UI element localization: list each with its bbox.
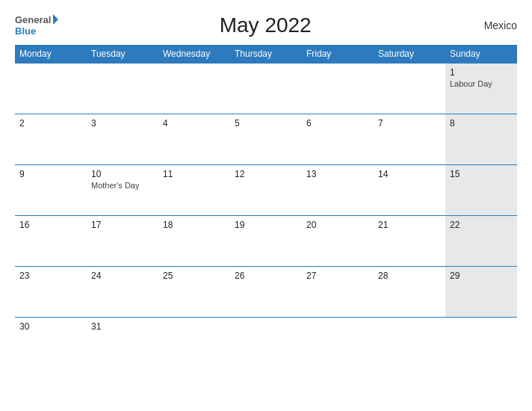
table-row: 8 (445, 114, 517, 165)
day-number: 18 (163, 220, 226, 230)
day-number: 6 (306, 118, 369, 129)
weekday-header: Saturday (374, 45, 445, 64)
weekday-header: Monday (15, 45, 87, 64)
weekday-row: MondayTuesdayWednesdayThursdayFridaySatu… (15, 45, 517, 64)
table-row: 17 (87, 216, 158, 267)
weekday-header: Sunday (445, 45, 517, 64)
calendar-table: MondayTuesdayWednesdayThursdayFridaySatu… (15, 45, 517, 368)
day-number: 22 (450, 220, 513, 230)
day-number: 8 (450, 118, 513, 129)
table-row: 1Labour Day (445, 64, 517, 114)
page: General Blue May 2022 Mexico MondayTuesd… (0, 0, 532, 411)
weekday-header: Wednesday (158, 45, 230, 64)
day-number: 20 (306, 220, 369, 230)
table-row (230, 318, 302, 368)
table-row: 22 (445, 216, 517, 267)
day-number: 21 (378, 220, 441, 230)
table-row: 3 (87, 114, 158, 165)
table-row (302, 318, 374, 368)
table-row: 2 (15, 114, 87, 165)
table-row (87, 64, 158, 114)
day-number: 7 (378, 118, 441, 129)
logo-general-text: General (15, 15, 51, 25)
logo: General Blue (15, 14, 58, 37)
country-label: Mexico (472, 19, 517, 31)
day-event: Mother's Day (91, 181, 154, 190)
table-row: 13 (302, 165, 374, 216)
day-number: 4 (163, 118, 226, 129)
week-row: 3031 (15, 318, 517, 368)
table-row: 14 (374, 165, 445, 216)
header: General Blue May 2022 Mexico (15, 13, 517, 37)
table-row: 23 (15, 267, 87, 318)
day-number: 26 (235, 271, 297, 281)
table-row: 18 (158, 216, 230, 267)
table-row: 16 (15, 216, 87, 267)
day-number: 5 (235, 118, 297, 129)
table-row: 7 (374, 114, 445, 165)
table-row (374, 318, 445, 368)
table-row: 4 (158, 114, 230, 165)
table-row: 25 (158, 267, 230, 318)
table-row (445, 318, 517, 368)
day-number: 9 (19, 169, 82, 179)
day-number: 14 (378, 169, 441, 179)
logo-triangle-icon (53, 14, 58, 25)
week-row: 2345678 (15, 114, 517, 165)
day-number: 29 (450, 271, 513, 281)
day-number: 16 (19, 220, 82, 230)
day-number: 23 (19, 271, 82, 281)
day-number: 13 (306, 169, 369, 179)
day-number: 10 (91, 169, 154, 179)
table-row: 24 (87, 267, 158, 318)
calendar-header: MondayTuesdayWednesdayThursdayFridaySatu… (15, 45, 517, 64)
table-row (230, 64, 302, 114)
day-number: 28 (378, 271, 441, 281)
day-number: 31 (91, 321, 154, 332)
day-number: 27 (306, 271, 369, 281)
week-row: 910Mother's Day1112131415 (15, 165, 517, 216)
table-row: 27 (302, 267, 374, 318)
table-row: 29 (445, 267, 517, 318)
week-row: 16171819202122 (15, 216, 517, 267)
table-row: 20 (302, 216, 374, 267)
table-row: 31 (87, 318, 158, 368)
day-number: 17 (91, 220, 154, 230)
table-row (158, 318, 230, 368)
table-row (374, 64, 445, 114)
day-number: 1 (450, 67, 513, 78)
weekday-header: Thursday (230, 45, 302, 64)
table-row (15, 64, 87, 114)
day-number: 12 (235, 169, 297, 179)
table-row: 9 (15, 165, 87, 216)
table-row: 28 (374, 267, 445, 318)
weekday-header: Tuesday (87, 45, 158, 64)
day-number: 24 (91, 271, 154, 281)
table-row: 30 (15, 318, 87, 368)
table-row: 21 (374, 216, 445, 267)
table-row: 19 (230, 216, 302, 267)
weekday-header: Friday (302, 45, 374, 64)
table-row: 15 (445, 165, 517, 216)
day-number: 19 (235, 220, 297, 230)
logo-blue-text: Blue (15, 26, 58, 37)
table-row: 10Mother's Day (87, 165, 158, 216)
week-row: 1Labour Day (15, 64, 517, 114)
table-row: 5 (230, 114, 302, 165)
day-number: 25 (163, 271, 226, 281)
calendar-body: 1Labour Day2345678910Mother's Day1112131… (15, 64, 517, 368)
day-event: Labour Day (450, 79, 513, 88)
table-row: 12 (230, 165, 302, 216)
week-row: 23242526272829 (15, 267, 517, 318)
table-row (158, 64, 230, 114)
table-row: 11 (158, 165, 230, 216)
table-row: 26 (230, 267, 302, 318)
table-row: 6 (302, 114, 374, 165)
day-number: 2 (19, 118, 82, 129)
day-number: 15 (450, 169, 513, 179)
day-number: 30 (19, 321, 82, 332)
day-number: 11 (163, 169, 226, 179)
month-title: May 2022 (58, 13, 472, 37)
day-number: 3 (91, 118, 154, 129)
table-row (302, 64, 374, 114)
